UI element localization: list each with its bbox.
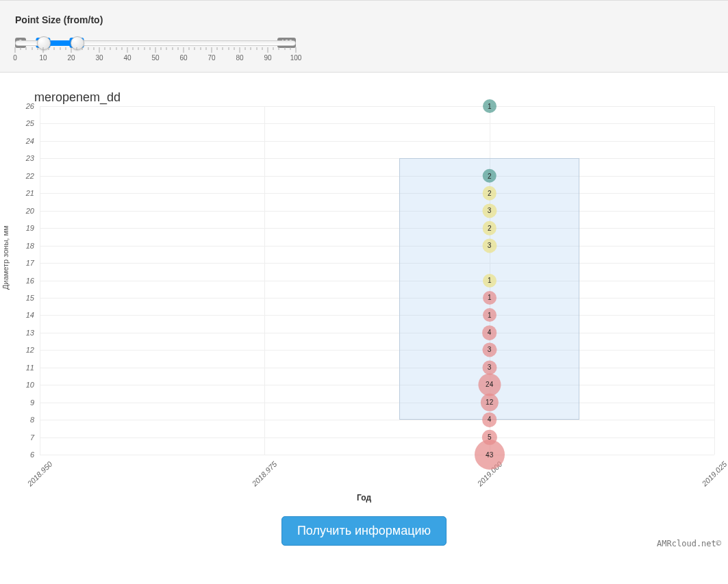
y-tick-label: 19 (8, 224, 34, 232)
x-tick-label: 2018.950 (26, 460, 54, 488)
chart-title: meropenem_dd (34, 90, 721, 105)
x-tick-label: 2018.975 (251, 460, 279, 488)
chart-plot[interactable]: 6789101112131415161718192021222324252620… (40, 106, 714, 455)
y-tick-label: 8 (8, 416, 34, 424)
y-tick-label: 10 (8, 381, 34, 389)
point-size-panel: Point Size (from/to) 0 100 10 22 0102030… (0, 0, 728, 73)
slider-tick-label: 0 (13, 54, 17, 62)
bubble[interactable]: 3 (482, 343, 497, 357)
slider-tick-label: 50 (151, 54, 159, 62)
bubble[interactable]: 12 (481, 394, 499, 411)
y-tick-label: 25 (8, 119, 34, 127)
y-tick-label: 13 (8, 329, 34, 337)
bubble[interactable]: 3 (482, 360, 497, 374)
y-tick-label: 14 (8, 311, 34, 319)
slider-tick-label: 90 (264, 54, 271, 62)
bubble[interactable]: 1 (483, 99, 497, 113)
slider-tick-label: 100 (290, 54, 302, 62)
y-tick-label: 12 (8, 346, 34, 354)
bubble[interactable]: 2 (482, 169, 497, 183)
bubble[interactable]: 1 (483, 291, 497, 305)
chart-area: meropenem_dd Диаметр зоны, мм 6789101112… (0, 73, 728, 555)
y-tick-label: 9 (8, 398, 34, 407)
y-tick-label: 17 (8, 259, 34, 267)
bubble[interactable]: 2 (482, 221, 497, 236)
y-tick-label: 21 (8, 189, 34, 197)
point-size-label: Point Size (from/to) (15, 14, 713, 25)
slider-tick-label: 60 (179, 54, 187, 62)
y-tick-label: 15 (8, 294, 34, 302)
slider-tick-label: 10 (39, 54, 47, 62)
y-tick-label: 6 (8, 450, 34, 459)
y-tick-label: 24 (8, 137, 34, 145)
bubble[interactable]: 2 (482, 186, 497, 201)
slider-track[interactable] (15, 40, 296, 46)
slider-tick-label: 70 (208, 54, 215, 62)
bubble[interactable]: 4 (482, 412, 497, 427)
slider-ticks: 0102030405060708090100 (15, 47, 296, 64)
y-tick-label: 26 (8, 102, 34, 110)
get-info-button[interactable]: Получить информацию (281, 516, 447, 546)
y-tick-label: 18 (8, 242, 34, 250)
y-tick-label: 7 (8, 433, 34, 442)
slider-tick-label: 80 (236, 54, 243, 62)
bubble[interactable]: 3 (482, 238, 497, 253)
y-tick-label: 20 (8, 207, 34, 215)
y-tick-label: 23 (8, 154, 34, 162)
slider-tick-label: 40 (123, 54, 131, 62)
slider-tick-label: 20 (67, 54, 75, 62)
y-tick-label: 16 (8, 277, 34, 285)
y-tick-label: 22 (8, 172, 34, 180)
x-tick-label: 2019.025 (701, 460, 728, 488)
footer-credit: AMRcloud.net© (657, 539, 721, 548)
bubble[interactable]: 1 (483, 308, 497, 322)
slider-tick-label: 30 (95, 54, 103, 62)
bubble[interactable]: 43 (475, 440, 505, 470)
y-tick-label: 11 (8, 364, 34, 372)
bubble[interactable]: 1 (483, 274, 497, 288)
x-axis-title: Год (7, 493, 721, 503)
bubble[interactable]: 4 (482, 325, 497, 340)
bubble[interactable]: 3 (482, 203, 497, 218)
point-size-slider[interactable]: 0 100 10 22 0102030405060708090100 (15, 40, 296, 64)
